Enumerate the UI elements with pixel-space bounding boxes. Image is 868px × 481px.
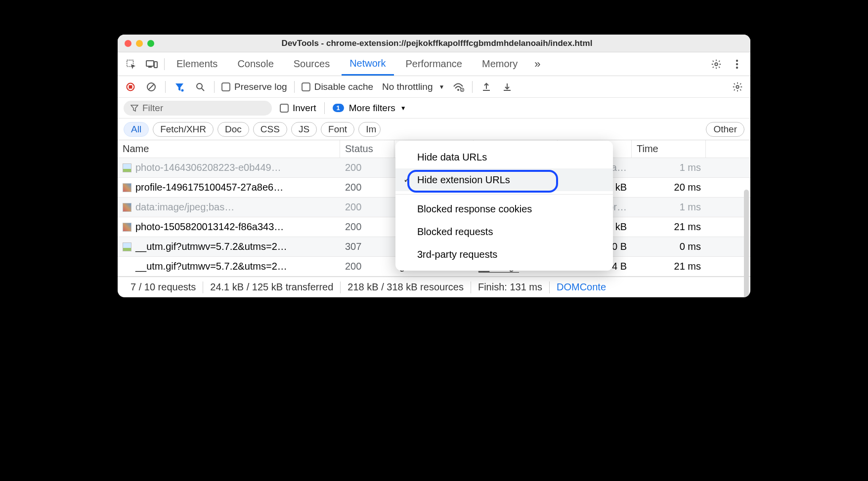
more-tabs-button[interactable]: » [529, 58, 545, 71]
window-title: DevTools - chrome-extension://pejkokffka… [154, 39, 720, 48]
devtools-window: DevTools - chrome-extension://pejkokffka… [118, 35, 750, 297]
chip-img[interactable]: Im [358, 122, 381, 137]
file-icon [123, 203, 131, 212]
status-resources: 218 kB / 318 kB resources [341, 281, 471, 293]
request-name: profile-1496175100457-27a8e6… [135, 182, 283, 193]
close-window-button[interactable] [125, 40, 131, 47]
disable-cache-label: Disable cache [314, 81, 373, 92]
chip-css[interactable]: CSS [253, 122, 287, 137]
preserve-log-label: Preserve log [234, 81, 287, 92]
separator [214, 81, 215, 93]
disable-cache-checkbox[interactable]: Disable cache [302, 81, 373, 92]
chip-other[interactable]: Other [706, 122, 744, 137]
file-icon [123, 242, 131, 251]
menu-separator [395, 194, 613, 195]
chip-all[interactable]: All [124, 122, 149, 137]
request-status: 200 [340, 158, 394, 177]
chip-font[interactable]: Font [321, 122, 354, 137]
separator [324, 102, 325, 114]
preserve-log-checkbox[interactable]: Preserve log [221, 81, 287, 92]
svg-point-6 [736, 63, 738, 65]
filter-input[interactable]: Filter [124, 101, 272, 116]
status-finish: Finish: 131 ms [471, 281, 549, 293]
file-icon [123, 223, 131, 232]
record-button[interactable] [124, 80, 137, 94]
filter-toggle-icon[interactable] [173, 80, 186, 94]
request-name: photo-1505820013142-f86a343… [135, 221, 284, 233]
file-icon [123, 183, 131, 192]
svg-point-5 [736, 59, 738, 61]
tab-network[interactable]: Network [342, 52, 393, 76]
tab-elements[interactable]: Elements [169, 52, 225, 76]
settings-icon[interactable] [708, 56, 725, 73]
upload-har-icon[interactable] [479, 80, 493, 94]
chip-doc[interactable]: Doc [217, 122, 249, 137]
request-time: 1 ms [632, 198, 706, 217]
svg-point-15 [457, 89, 459, 91]
more-filters-label: More filters [349, 103, 395, 114]
inspect-icon[interactable] [123, 56, 139, 73]
col-status[interactable]: Status [340, 140, 394, 158]
minimize-window-button[interactable] [136, 40, 143, 47]
request-name: data:image/jpeg;bas… [135, 201, 234, 213]
more-filters-menu: Hide data URLsHide extension URLsBlocked… [395, 141, 613, 271]
status-transferred: 24.1 kB / 125 kB transferred [203, 281, 340, 293]
svg-point-12 [181, 89, 184, 91]
device-toolbar-icon[interactable] [143, 56, 160, 73]
menu-item[interactable]: 3rd-party requests [395, 243, 613, 266]
col-time[interactable]: Time [632, 140, 706, 158]
svg-point-7 [736, 66, 738, 68]
resource-type-filter: All Fetch/XHR Doc CSS JS Font Im Other [118, 119, 750, 140]
tab-memory[interactable]: Memory [474, 52, 525, 76]
menu-item[interactable]: Hide extension URLs [395, 168, 613, 191]
traffic-lights [125, 40, 154, 47]
network-settings-icon[interactable] [731, 80, 744, 94]
chip-js[interactable]: JS [291, 122, 317, 137]
kebab-menu-icon[interactable] [729, 56, 745, 73]
filter-placeholder: Filter [142, 103, 163, 114]
filter-row: Filter Invert 1 More filters ▼ [118, 98, 750, 119]
status-bar: 7 / 10 requests 24.1 kB / 125 kB transfe… [118, 277, 750, 297]
panel-tabs: Elements Console Sources Network Perform… [118, 52, 750, 76]
separator [165, 81, 166, 93]
throttling-value: No throttling [382, 81, 433, 92]
svg-point-4 [715, 63, 718, 66]
request-status: 200 [340, 217, 394, 237]
chip-fetch-xhr[interactable]: Fetch/XHR [153, 122, 214, 137]
network-toolbar: Preserve log Disable cache No throttling… [118, 76, 750, 98]
download-har-icon[interactable] [500, 80, 514, 94]
tab-sources[interactable]: Sources [286, 52, 338, 76]
menu-item[interactable]: Blocked response cookies [395, 198, 613, 220]
request-time: 20 ms [632, 178, 706, 197]
zoom-window-button[interactable] [147, 40, 154, 47]
tab-performance[interactable]: Performance [398, 52, 471, 76]
search-icon[interactable] [193, 80, 207, 94]
separator [472, 81, 473, 93]
col-name[interactable]: Name [118, 140, 340, 158]
checkbox-icon [280, 104, 289, 113]
invert-label: Invert [293, 103, 316, 114]
filter-count-badge: 1 [333, 104, 344, 112]
separator [164, 58, 165, 70]
request-name: __utm.gif?utmwv=5.7.2&utms=2… [135, 261, 287, 272]
menu-item[interactable]: Blocked requests [395, 220, 613, 243]
svg-line-14 [202, 88, 204, 91]
tab-console[interactable]: Console [229, 52, 281, 76]
status-requests: 7 / 10 requests [124, 281, 203, 293]
more-filters-dropdown[interactable]: 1 More filters ▼ [333, 103, 406, 114]
request-name: __utm.gif?utmwv=5.7.2&utms=2… [135, 241, 287, 252]
file-icon [123, 163, 131, 172]
chevron-down-icon: ▼ [438, 83, 444, 90]
scrollbar[interactable] [744, 190, 749, 297]
invert-checkbox[interactable]: Invert [280, 103, 316, 114]
request-name: photo-1464306208223-e0b449… [135, 162, 281, 173]
menu-item[interactable]: Hide data URLs [395, 146, 613, 168]
clear-button[interactable] [144, 80, 158, 94]
throttling-select[interactable]: No throttling ▼ [382, 81, 444, 92]
request-status: 307 [340, 237, 394, 256]
svg-rect-3 [154, 62, 157, 68]
svg-line-11 [149, 84, 154, 89]
request-time: 21 ms [632, 257, 706, 276]
network-conditions-icon[interactable] [451, 80, 465, 94]
request-status: 200 [340, 178, 394, 197]
